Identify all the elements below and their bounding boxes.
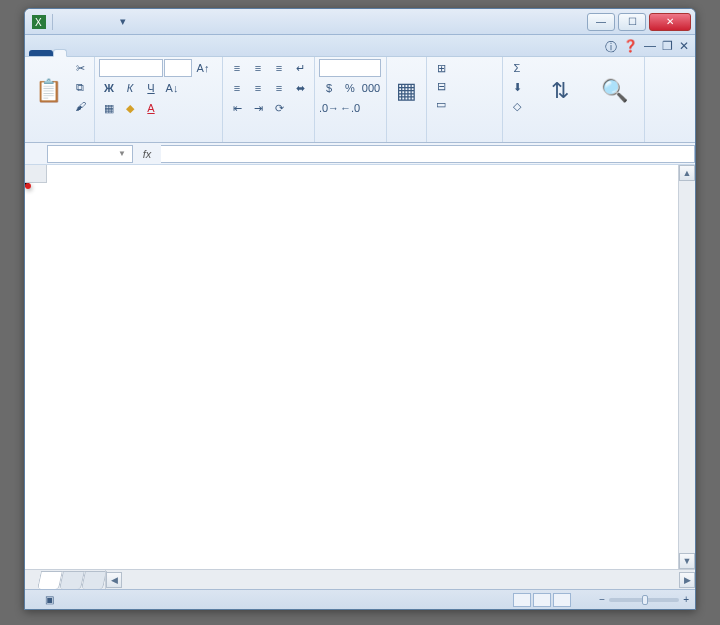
fill-icon[interactable]: ⬇ [507, 78, 527, 96]
clear-icon[interactable]: ◇ [507, 97, 527, 115]
minimize-button[interactable]: — [587, 13, 615, 31]
title-bar: X ▾ — ☐ ✕ [25, 9, 695, 35]
styles-icon: ▦ [396, 80, 417, 102]
merge-icon[interactable]: ⬌ [290, 79, 310, 97]
vertical-scrollbar[interactable]: ▲ ▼ [678, 165, 695, 569]
name-box[interactable]: ▼ [47, 145, 133, 163]
copy-icon[interactable]: ⧉ [70, 78, 90, 96]
group-font-label [99, 140, 218, 142]
group-editing-label [507, 140, 640, 142]
orientation-icon[interactable]: ⟳ [269, 99, 289, 117]
file-tab[interactable] [29, 50, 53, 56]
undo-icon[interactable] [77, 14, 93, 30]
percent-icon[interactable]: % [340, 79, 360, 97]
doc-close-icon[interactable]: ✕ [679, 39, 689, 56]
cut-icon[interactable]: ✂ [70, 59, 90, 77]
group-clipboard-label [29, 140, 90, 142]
scroll-left-icon[interactable]: ◀ [106, 572, 122, 588]
styles-button[interactable]: ▦ [391, 59, 422, 125]
tab-data[interactable] [103, 50, 115, 56]
font-color-icon[interactable]: A [141, 99, 161, 117]
align-right-icon[interactable]: ≡ [269, 79, 289, 97]
annotation-callout [25, 183, 31, 189]
underline-icon[interactable]: Ч [141, 79, 161, 97]
paste-button[interactable]: 📋 [29, 59, 68, 125]
sort-filter-button[interactable]: ⇅ [533, 59, 587, 125]
scroll-up-icon[interactable]: ▲ [679, 165, 695, 181]
tab-review[interactable] [115, 50, 127, 56]
italic-icon[interactable]: К [120, 79, 140, 97]
excel-icon: X [31, 14, 47, 30]
align-bot-icon[interactable]: ≡ [269, 59, 289, 77]
shrink-font-icon[interactable]: A↓ [162, 79, 182, 97]
ribbon: 📋 ✂ ⧉ 🖌 A↑ Ж К [25, 57, 695, 143]
zoom-slider[interactable]: − + [599, 594, 689, 605]
tab-view[interactable] [127, 50, 139, 56]
name-box-dropdown-icon[interactable]: ▼ [118, 149, 126, 158]
currency-icon[interactable]: $ [319, 79, 339, 97]
comma-icon[interactable]: 000 [361, 79, 381, 97]
help-icon[interactable]: ❓ [623, 39, 638, 56]
indent-dec-icon[interactable]: ⇤ [227, 99, 247, 117]
scroll-down-icon[interactable]: ▼ [679, 553, 695, 569]
scroll-right-icon[interactable]: ▶ [679, 572, 695, 588]
indent-inc-icon[interactable]: ⇥ [248, 99, 268, 117]
doc-restore-icon[interactable]: ❐ [662, 39, 673, 56]
bold-icon[interactable]: Ж [99, 79, 119, 97]
doc-min-icon[interactable]: — [644, 39, 656, 56]
wrap-text-icon[interactable]: ↵ [290, 59, 310, 77]
tab-home[interactable] [53, 49, 67, 57]
group-styles-label [391, 140, 422, 142]
delete-cells-icon[interactable]: ⊟ [431, 77, 451, 95]
tab-abbyy[interactable] [175, 50, 187, 56]
maximize-button[interactable]: ☐ [618, 13, 646, 31]
view-normal-icon[interactable] [513, 593, 531, 607]
sheet-tab-3[interactable] [81, 571, 107, 589]
border-icon[interactable]: ▦ [99, 99, 119, 117]
fill-color-icon[interactable]: ◆ [120, 99, 140, 117]
dec-decimal-icon[interactable]: ←.0 [340, 99, 360, 117]
view-layout-icon[interactable] [533, 593, 551, 607]
tab-addins[interactable] [151, 50, 163, 56]
close-button[interactable]: ✕ [649, 13, 691, 31]
selection-border [25, 183, 29, 187]
align-top-icon[interactable]: ≡ [227, 59, 247, 77]
redo-icon[interactable] [96, 14, 112, 30]
formula-bar: ▼ fx [25, 143, 695, 165]
number-format-box[interactable] [319, 59, 381, 77]
tab-layout[interactable] [79, 50, 91, 56]
group-align-label [227, 140, 310, 142]
align-center-icon[interactable]: ≡ [248, 79, 268, 97]
autosum-icon[interactable]: Σ [507, 59, 527, 77]
qat-dropdown-icon[interactable]: ▾ [115, 14, 131, 30]
tab-insert[interactable] [67, 50, 79, 56]
zoom-out-icon[interactable]: − [599, 594, 605, 605]
inc-decimal-icon[interactable]: .0→ [319, 99, 339, 117]
fx-icon[interactable]: fx [133, 148, 161, 160]
align-mid-icon[interactable]: ≡ [248, 59, 268, 77]
clipboard-icon: 📋 [35, 80, 62, 102]
zoom-in-icon[interactable]: + [683, 594, 689, 605]
tab-foxit[interactable] [163, 50, 175, 56]
window-buttons: — ☐ ✕ [584, 13, 695, 31]
worksheet-grid[interactable]: ▲ ▼ [25, 165, 695, 569]
align-left-icon[interactable]: ≡ [227, 79, 247, 97]
formula-input[interactable] [161, 145, 695, 163]
find-select-button[interactable]: 🔍 [589, 59, 639, 125]
view-break-icon[interactable] [553, 593, 571, 607]
status-macro-icon[interactable]: ▣ [45, 594, 54, 605]
status-bar: ▣ − + [25, 589, 695, 609]
horizontal-scrollbar[interactable]: ◀ ▶ [105, 570, 695, 589]
svg-text:X: X [35, 17, 42, 28]
tab-formulas[interactable] [91, 50, 103, 56]
format-painter-icon[interactable]: 🖌 [70, 97, 90, 115]
grow-font-icon[interactable]: A↑ [193, 59, 213, 77]
font-size-box[interactable] [164, 59, 192, 77]
format-cells-icon[interactable]: ▭ [431, 95, 451, 113]
tab-develop[interactable] [139, 50, 151, 56]
insert-cells-icon[interactable]: ⊞ [431, 59, 451, 77]
select-all-corner[interactable] [25, 165, 47, 183]
ribbon-minimize-icon[interactable]: ⓘ [605, 39, 617, 56]
save-icon[interactable] [58, 14, 74, 30]
font-name-box[interactable] [99, 59, 163, 77]
